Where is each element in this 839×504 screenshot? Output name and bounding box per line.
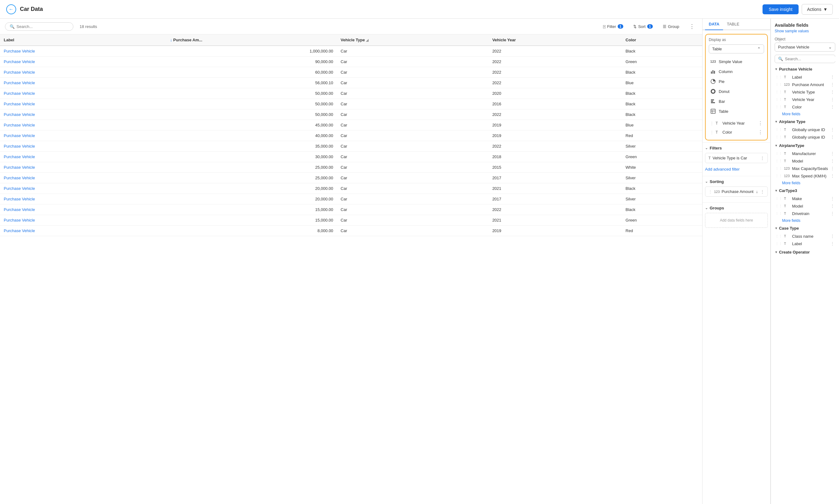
field-more-icon[interactable]: ⋮ (830, 75, 835, 79)
label-link[interactable]: Purchase Vehicle (4, 207, 35, 212)
filter-button[interactable]: ⍐ Filter 1 (601, 23, 626, 30)
sort-more-icon[interactable]: ⋮ (760, 189, 764, 194)
tab-data[interactable]: DATA (705, 19, 723, 30)
col-more-icon[interactable]: ⋮ (758, 120, 763, 126)
sort-direction-icon: ↓ (756, 189, 758, 194)
label-link[interactable]: Purchase Vehicle (4, 197, 35, 201)
groups-header[interactable]: ⌄ Groups (705, 206, 768, 210)
label-link[interactable]: Purchase Vehicle (4, 102, 35, 106)
fields-section-header[interactable]: ▼ Create Operator (775, 250, 835, 254)
field-more-icon[interactable]: ⋮ (830, 82, 835, 87)
more-options-button[interactable]: ⋮ (687, 22, 697, 31)
field-item[interactable]: ⋮⋮ T Class name ⋮ (775, 232, 835, 240)
sort-button[interactable]: ⇅ Sort 1 (631, 23, 655, 30)
fields-section-header[interactable]: ▼ Purchase Vehicle (775, 67, 835, 71)
label-link[interactable]: Purchase Vehicle (4, 112, 35, 117)
sorting-header[interactable]: ⌄ Sorting (705, 179, 768, 184)
field-item[interactable]: ⋮⋮ T Color ⋮ (775, 103, 835, 111)
field-item[interactable]: ⋮⋮ T Model ⋮ (775, 157, 835, 165)
save-insight-button[interactable]: Save insight (763, 4, 799, 14)
field-item[interactable]: ⋮⋮ T Globally unique ID ⋮ (775, 126, 835, 133)
field-item[interactable]: ⋮⋮ 123 Max Capacity/Seats ⋮ (775, 165, 835, 172)
more-fields-link[interactable]: More fields (782, 112, 835, 116)
back-button[interactable]: ← (6, 4, 16, 14)
display-option-bar[interactable]: Bar (709, 96, 764, 106)
field-item[interactable]: ⋮⋮ T Label ⋮ (775, 73, 835, 81)
filters-header[interactable]: ⌄ Filters (705, 146, 768, 150)
field-more-icon[interactable]: ⋮ (830, 211, 835, 216)
tab-table[interactable]: TABLE (723, 19, 743, 30)
field-more-icon[interactable]: ⋮ (830, 89, 835, 94)
field-drag-icon: ⋮⋮ (775, 159, 782, 163)
table-row: Purchase Vehicle 1,000,000.00 Car 2022 B… (0, 46, 702, 57)
field-item[interactable]: ⋮⋮ 123 Purchase Amount ⋮ (775, 81, 835, 88)
add-filter-button[interactable]: Add advanced filter (705, 166, 768, 173)
field-more-icon[interactable]: ⋮ (830, 134, 835, 140)
display-select[interactable]: Table ⌃ (709, 44, 764, 53)
field-item[interactable]: ⋮⋮ 123 Max Speed (KM/H) ⋮ (775, 172, 835, 180)
actions-button[interactable]: Actions ▼ (802, 4, 833, 15)
field-more-icon[interactable]: ⋮ (830, 234, 835, 239)
label-link[interactable]: Purchase Vehicle (4, 165, 35, 170)
fields-section-header[interactable]: ▼ Airplane Type (775, 119, 835, 124)
field-more-icon[interactable]: ⋮ (830, 174, 835, 178)
drag-handle-icon: ⋮ (709, 190, 712, 194)
more-fields-link[interactable]: More fields (782, 218, 835, 223)
field-more-icon[interactable]: ⋮ (830, 97, 835, 102)
field-more-icon[interactable]: ⋮ (830, 159, 835, 163)
field-more-icon[interactable]: ⋮ (830, 196, 835, 201)
more-fields-link[interactable]: More fields (782, 181, 835, 185)
group-button[interactable]: ☰ Group (660, 23, 682, 30)
filter-more-icon[interactable]: ⋮ (760, 156, 764, 160)
search-input[interactable] (17, 24, 69, 29)
sorting-chevron-icon: ⌄ (705, 180, 708, 184)
fields-section-header[interactable]: ▼ Case Type (775, 226, 835, 231)
object-select[interactable]: Purchase Vehicle ⌄ (775, 42, 835, 52)
field-item[interactable]: ⋮⋮ T Model ⋮ (775, 202, 835, 210)
label-link[interactable]: Purchase Vehicle (4, 80, 35, 85)
field-name: Class name (792, 234, 828, 239)
field-more-icon[interactable]: ⋮ (830, 203, 835, 209)
display-option-column[interactable]: Column (709, 67, 764, 76)
field-item[interactable]: ⋮⋮ T Drivetrain ⋮ (775, 210, 835, 217)
search-box[interactable]: 🔍 (5, 22, 73, 31)
label-link[interactable]: Purchase Vehicle (4, 155, 35, 159)
label-link[interactable]: Purchase Vehicle (4, 176, 35, 180)
col-more-icon[interactable]: ⋮ (758, 129, 763, 135)
label-link[interactable]: Purchase Vehicle (4, 228, 35, 233)
cell-label: Purchase Vehicle (0, 99, 166, 109)
col-amount[interactable]: ↓ Purchase Am... (166, 35, 337, 46)
label-link[interactable]: Purchase Vehicle (4, 186, 35, 191)
field-more-icon[interactable]: ⋮ (830, 241, 835, 246)
label-link[interactable]: Purchase Vehicle (4, 59, 35, 64)
show-sample-values-link[interactable]: Show sample values (775, 29, 835, 33)
label-link[interactable]: Purchase Vehicle (4, 123, 35, 127)
field-item[interactable]: ⋮⋮ T Globally unique ID ⋮ (775, 133, 835, 141)
field-item[interactable]: ⋮⋮ T Vehicle Year ⋮ (775, 96, 835, 103)
label-link[interactable]: Purchase Vehicle (4, 144, 35, 148)
field-item[interactable]: ⋮⋮ T Make ⋮ (775, 195, 835, 202)
display-option-table[interactable]: Table (709, 106, 764, 116)
field-item[interactable]: ⋮⋮ T Vehicle Type ⋮ (775, 88, 835, 96)
fields-section-header[interactable]: ▼ CarType3 (775, 188, 835, 193)
field-more-icon[interactable]: ⋮ (830, 166, 835, 171)
right-search-box[interactable]: 🔍 (775, 55, 835, 63)
label-link[interactable]: Purchase Vehicle (4, 218, 35, 222)
chart-col-vehicle-year[interactable]: ⋮ T Vehicle Year ⋮ (709, 119, 764, 128)
label-link[interactable]: Purchase Vehicle (4, 133, 35, 138)
label-link[interactable]: Purchase Vehicle (4, 49, 35, 53)
chart-col-color[interactable]: ⋮ T Color ⋮ (709, 128, 764, 137)
field-item[interactable]: ⋮⋮ T Label ⋮ (775, 240, 835, 247)
label-link[interactable]: Purchase Vehicle (4, 91, 35, 96)
field-more-icon[interactable]: ⋮ (830, 151, 835, 156)
fields-section-header[interactable]: ▼ AirplaneType (775, 143, 835, 148)
display-option-pie[interactable]: Pie (709, 76, 764, 86)
display-option-donut[interactable]: Donut (709, 86, 764, 96)
field-more-icon[interactable]: ⋮ (830, 104, 835, 109)
display-option-simple-value[interactable]: 123 Simple Value (709, 57, 764, 67)
field-item[interactable]: ⋮⋮ T Manufacturer ⋮ (775, 150, 835, 157)
cell-label: Purchase Vehicle (0, 88, 166, 99)
field-more-icon[interactable]: ⋮ (830, 127, 835, 132)
right-search-input[interactable] (785, 57, 837, 61)
label-link[interactable]: Purchase Vehicle (4, 70, 35, 75)
